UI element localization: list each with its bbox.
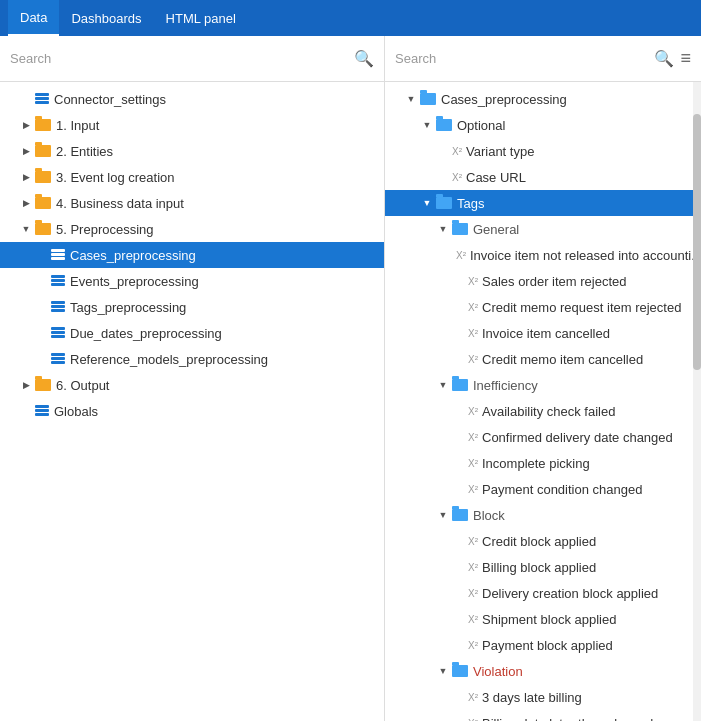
- tree-item-connector[interactable]: Connector_settings: [0, 86, 384, 112]
- chevron-icon: [453, 353, 465, 365]
- tree-item-preprocessing[interactable]: ▼ 5. Preprocessing: [0, 216, 384, 242]
- folder-icon: [436, 119, 452, 131]
- right-tree-variant-type[interactable]: X² Variant type: [385, 138, 701, 164]
- tree-item-cases-pre[interactable]: Cases_preprocessing: [0, 242, 384, 268]
- table-icon: [51, 275, 65, 287]
- tab-html-panel[interactable]: HTML panel: [154, 0, 248, 36]
- item-label: Incomplete picking: [482, 456, 590, 471]
- item-label: Credit block applied: [482, 534, 596, 549]
- right-tree-payment-changed[interactable]: X² Payment condition changed: [385, 476, 701, 502]
- x2-icon: X²: [468, 562, 478, 573]
- right-tree-general[interactable]: ▼ General: [385, 216, 701, 242]
- tree-item-tags-pre[interactable]: Tags_preprocessing: [0, 294, 384, 320]
- right-tree-payment-block[interactable]: X² Payment block applied: [385, 632, 701, 658]
- tree-item-refmodels-pre[interactable]: Reference_models_preprocessing: [0, 346, 384, 372]
- folder-icon: [452, 509, 468, 521]
- chevron-icon: ▼: [437, 665, 449, 677]
- tree-item-output[interactable]: ▶ 6. Output: [0, 372, 384, 398]
- chevron-icon: [453, 613, 465, 625]
- folder-icon: [452, 223, 468, 235]
- tab-dashboards[interactable]: Dashboards: [59, 0, 153, 36]
- tree-item-business[interactable]: ▶ 4. Business data input: [0, 190, 384, 216]
- folder-icon: [35, 145, 51, 157]
- right-tree-cases-header[interactable]: ▼ Cases_preprocessing: [385, 86, 701, 112]
- chevron-icon: [453, 327, 465, 339]
- right-tree-credit-block[interactable]: X² Credit block applied: [385, 528, 701, 554]
- item-label: Events_preprocessing: [70, 274, 199, 289]
- folder-icon: [35, 379, 51, 391]
- table-icon: [35, 405, 49, 417]
- chevron-icon: ▶: [20, 119, 32, 131]
- left-search-icon[interactable]: 🔍: [354, 49, 374, 68]
- left-search-bar: 🔍: [0, 36, 384, 82]
- x2-icon: X²: [468, 640, 478, 651]
- right-tree-availability-failed[interactable]: X² Availability check failed: [385, 398, 701, 424]
- right-menu-icon[interactable]: ≡: [680, 48, 691, 69]
- item-label: Shipment block applied: [482, 612, 616, 627]
- x2-icon: X²: [468, 354, 478, 365]
- x2-icon: X²: [468, 718, 478, 722]
- right-tree-delivery-block[interactable]: X² Delivery creation block applied: [385, 580, 701, 606]
- item-label: Cases_preprocessing: [70, 248, 196, 263]
- x2-icon: X²: [468, 536, 478, 547]
- item-label: Billing block applied: [482, 560, 596, 575]
- right-panel: 🔍 ≡ ▼ Cases_preprocessing ▼ Optional: [385, 36, 701, 721]
- left-search-input[interactable]: [10, 51, 354, 66]
- tree-item-input[interactable]: ▶ 1. Input: [0, 112, 384, 138]
- right-tree-invoice-cancelled[interactable]: X² Invoice item cancelled: [385, 320, 701, 346]
- tree-item-eventlog[interactable]: ▶ 3. Event log creation: [0, 164, 384, 190]
- right-tree-credit-cancelled[interactable]: X² Credit memo item cancelled: [385, 346, 701, 372]
- item-label: Globals: [54, 404, 98, 419]
- item-label: 2. Entities: [56, 144, 113, 159]
- folder-icon: [35, 171, 51, 183]
- table-icon: [35, 93, 49, 105]
- right-search-icon[interactable]: 🔍: [654, 49, 674, 68]
- tree-item-duedates-pre[interactable]: Due_dates_preprocessing: [0, 320, 384, 346]
- right-search-input[interactable]: [395, 51, 654, 66]
- item-label: Block: [473, 508, 505, 523]
- right-tree-invoice-not-released[interactable]: X² Invoice item not released into accoun…: [385, 242, 701, 268]
- tab-data[interactable]: Data: [8, 0, 59, 36]
- right-tree-3days-late[interactable]: X² 3 days late billing: [385, 684, 701, 710]
- item-label: 3. Event log creation: [56, 170, 175, 185]
- item-label: 6. Output: [56, 378, 109, 393]
- table-icon: [51, 327, 65, 339]
- right-tree-block[interactable]: ▼ Block: [385, 502, 701, 528]
- chevron-icon: [453, 457, 465, 469]
- right-tree-billing-later[interactable]: X² Billing date later than planned: [385, 710, 701, 721]
- chevron-icon: ▼: [421, 197, 433, 209]
- right-tree-inefficiency[interactable]: ▼ Inefficiency: [385, 372, 701, 398]
- right-tree-optional[interactable]: ▼ Optional: [385, 112, 701, 138]
- x2-icon: X²: [452, 146, 462, 157]
- right-tree-credit-rejected[interactable]: X² Credit memo request item rejected: [385, 294, 701, 320]
- right-tree-billing-block[interactable]: X² Billing block applied: [385, 554, 701, 580]
- item-label: Tags: [457, 196, 484, 211]
- item-label: Delivery creation block applied: [482, 586, 658, 601]
- chevron-icon: [453, 275, 465, 287]
- tree-item-entities[interactable]: ▶ 2. Entities: [0, 138, 384, 164]
- item-label: Availability check failed: [482, 404, 615, 419]
- left-panel: 🔍 Connector_settings ▶ 1. Input ▶: [0, 36, 385, 721]
- chevron-icon: [36, 327, 48, 339]
- tree-item-events-pre[interactable]: Events_preprocessing: [0, 268, 384, 294]
- chevron-icon: ▶: [20, 145, 32, 157]
- item-label: Cases_preprocessing: [441, 92, 567, 107]
- right-tree-sales-rejected[interactable]: X² Sales order item rejected: [385, 268, 701, 294]
- item-label: Variant type: [466, 144, 534, 159]
- chevron-icon: ▶: [20, 379, 32, 391]
- right-tree-violation[interactable]: ▼ Violation: [385, 658, 701, 684]
- item-label: Reference_models_preprocessing: [70, 352, 268, 367]
- right-tree-incomplete-picking[interactable]: X² Incomplete picking: [385, 450, 701, 476]
- x2-icon: X²: [456, 250, 466, 261]
- right-tree-case-url[interactable]: X² Case URL: [385, 164, 701, 190]
- app-container: Data Dashboards HTML panel 🔍 Connector_s…: [0, 0, 701, 721]
- tree-item-globals[interactable]: Globals: [0, 398, 384, 424]
- right-tree-shipment-block[interactable]: X² Shipment block applied: [385, 606, 701, 632]
- item-label: Payment condition changed: [482, 482, 642, 497]
- table-icon: [51, 249, 65, 261]
- right-tree-delivery-changed[interactable]: X² Confirmed delivery date changed: [385, 424, 701, 450]
- right-scrollbar: [693, 82, 701, 721]
- x2-icon: X²: [468, 328, 478, 339]
- scrollbar-thumb[interactable]: [693, 114, 701, 370]
- right-tree-tags[interactable]: ▼ Tags: [385, 190, 701, 216]
